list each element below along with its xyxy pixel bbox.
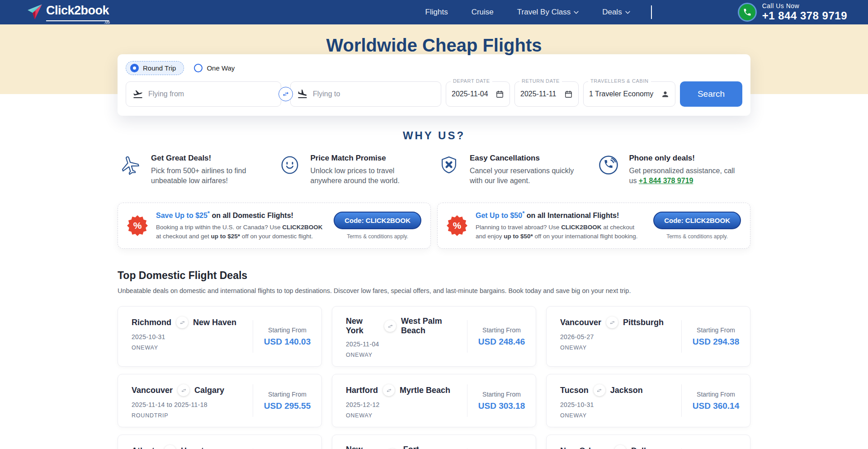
one-way-radio[interactable]: One Way: [194, 64, 235, 72]
depart-date-field[interactable]: DEPART DATE 2025-11-04: [446, 81, 510, 107]
round-trip-radio[interactable]: Round Trip: [126, 61, 184, 75]
calendar-icon: [495, 90, 504, 99]
travellers-value: 1 Traveler Economy: [589, 90, 653, 98]
deal-price: USD 294.38: [693, 337, 740, 347]
deals-heading: Top Domestic Flight Deals: [118, 269, 750, 282]
feature-text: Unlock low prices to travel anywhere aro…: [311, 166, 424, 185]
travellers-cabin-field[interactable]: TRAVELLERS & CABIN 1 Traveler Economy: [583, 81, 675, 107]
promo-terms: Terms & conditions apply.: [334, 233, 421, 240]
flying-from-input[interactable]: [148, 90, 274, 98]
nav-flights[interactable]: Flights: [425, 8, 448, 17]
deal-card[interactable]: New Orleans Dallas 2025-11-12 to 2025-11…: [546, 435, 750, 449]
deal-route: Tucson Jackson: [560, 384, 678, 396]
feature-great-deals: Get Great Deals! Pick from 500+ airlines…: [118, 154, 273, 185]
deal-card[interactable]: Tucson Jackson 2025-10-31 ONEWAY Startin…: [546, 374, 750, 427]
trip-type-selector: Round Trip One Way: [126, 61, 742, 75]
header-phone-number[interactable]: +1 844 378 9719: [762, 10, 847, 22]
flying-to-input[interactable]: [313, 90, 434, 98]
deal-price: USD 295.55: [264, 401, 311, 411]
deal-card[interactable]: New York Fort Lauderdale 2025-11-07 to 2…: [332, 435, 536, 449]
deal-route: New Orleans Dallas: [560, 445, 678, 449]
nav-cruise[interactable]: Cruise: [472, 8, 494, 17]
promo-code-button[interactable]: Code: CLICK2BOOK: [653, 212, 741, 229]
chevron-down-icon: [574, 11, 579, 14]
deal-route: New York Fort Lauderdale: [346, 445, 463, 449]
deal-route: Vancouver Pittsburgh: [560, 317, 678, 328]
deal-date: 2025-10-31: [560, 401, 678, 408]
promo-title: Get Up to $50* on all International Flig…: [476, 210, 645, 220]
why-us-heading: WHY US?: [0, 129, 868, 142]
swap-arrows-icon: [178, 384, 189, 396]
plane-takeoff-icon: [132, 89, 143, 99]
chevron-down-icon: [625, 11, 630, 14]
deal-price: USD 303.18: [478, 401, 525, 411]
feature-text: Cancel your reservations quickly with ou…: [470, 166, 583, 185]
deal-trip-type: ONEWAY: [560, 345, 678, 351]
deal-trip-type: ONEWAY: [132, 345, 249, 351]
return-date-field[interactable]: RETURN DATE 2025-11-11: [514, 81, 579, 107]
return-date-value: 2025-11-11: [520, 90, 556, 98]
promo-body: Booking a trip within the U.S. or Canada…: [156, 223, 326, 242]
top-navbar: Click2book .us Flights Cruise Travel By …: [0, 0, 868, 24]
feature-text: Get personalized assistance, call us +1 …: [629, 166, 742, 185]
starting-from-label: Starting From: [268, 391, 307, 398]
header-divider: [651, 5, 652, 19]
logo-paperplane-icon: [26, 4, 43, 21]
phone-icon: [738, 3, 757, 22]
deal-card[interactable]: Vancouver Calgary 2025-11-14 to 2025-11-…: [118, 374, 322, 427]
deal-date: 2025-11-14 to 2025-11-18: [132, 401, 249, 408]
deal-trip-type: ONEWAY: [346, 412, 463, 419]
person-icon: [661, 90, 670, 99]
swap-arrows-icon: [606, 317, 618, 328]
feature-title: Price Match Promise: [311, 154, 424, 163]
flying-to-field[interactable]: [290, 81, 441, 107]
svg-text:%: %: [453, 220, 462, 231]
deal-route: Vancouver Calgary: [132, 384, 249, 396]
deal-card[interactable]: Richmond New Haven 2025-10-31 ONEWAY Sta…: [118, 306, 322, 367]
smiley-icon: [277, 154, 302, 175]
deal-card[interactable]: Hartford Myrtle Beach 2025-12-12 ONEWAY …: [332, 374, 536, 427]
nav-travel-by-class[interactable]: Travel By Class: [517, 8, 579, 17]
features-row: Get Great Deals! Pick from 500+ airlines…: [118, 154, 750, 185]
deal-card[interactable]: Vancouver Pittsburgh 2026-05-27 ONEWAY S…: [546, 306, 750, 367]
deal-route: New York West Palm Beach: [346, 317, 463, 336]
deal-trip-type: ONEWAY: [560, 412, 678, 419]
deal-card[interactable]: New York West Palm Beach 2025-11-04 ONEW…: [332, 306, 536, 367]
domestic-promo-card: % Save Up to $25* on all Domestic Flight…: [118, 203, 431, 249]
promo-title: Save Up to $25* on all Domestic Flights!: [156, 210, 326, 220]
feature-text: Pick from 500+ airlines to find unbeatab…: [151, 166, 264, 185]
feature-phone-link[interactable]: +1 844 378 9719: [639, 177, 693, 184]
promo-code-button[interactable]: Code: CLICK2BOOK: [334, 212, 421, 229]
radio-selected-icon: [130, 64, 139, 72]
deal-price: USD 360.14: [693, 401, 740, 411]
deal-date: 2026-05-27: [560, 333, 678, 340]
return-date-label: RETURN DATE: [519, 78, 562, 84]
calendar-icon: [564, 90, 573, 99]
depart-date-value: 2025-11-04: [452, 90, 488, 98]
swap-arrows-icon: [594, 384, 605, 396]
deal-price: USD 248.46: [478, 337, 525, 347]
deal-route: Hartford Myrtle Beach: [346, 384, 463, 396]
swap-arrows-icon: [384, 320, 396, 332]
deal-trip-type: ROUNDTRIP: [132, 412, 249, 419]
page-title: Worldwide Cheap Flights: [0, 35, 868, 56]
call-us-block[interactable]: Call Us Now +1 844 378 9719: [738, 3, 847, 22]
travellers-label: TRAVELLERS & CABIN: [588, 78, 651, 84]
percent-badge-icon: %: [447, 215, 467, 236]
call-us-label: Call Us Now: [762, 3, 847, 9]
search-button[interactable]: Search: [680, 81, 742, 107]
logo-text: Click2book: [46, 4, 109, 17]
logo-suffix: .us: [104, 19, 110, 24]
starting-from-label: Starting From: [482, 391, 521, 398]
flying-from-field[interactable]: [126, 81, 281, 107]
site-logo[interactable]: Click2book .us: [26, 4, 109, 21]
swap-arrows-icon: [164, 445, 176, 449]
starting-from-label: Starting From: [697, 391, 735, 398]
feature-title: Phone only deals!: [629, 154, 742, 163]
deal-card[interactable]: Atlanta Houston 2026-02-24 to 2026-03-01…: [118, 435, 322, 449]
promo-body: Planning to travel abroad? Use CLICK2BOO…: [476, 223, 645, 242]
starting-from-label: Starting From: [482, 326, 521, 334]
nav-deals[interactable]: Deals: [602, 8, 630, 17]
swap-origin-destination-button[interactable]: [278, 87, 293, 101]
plane-icon: [118, 154, 143, 175]
